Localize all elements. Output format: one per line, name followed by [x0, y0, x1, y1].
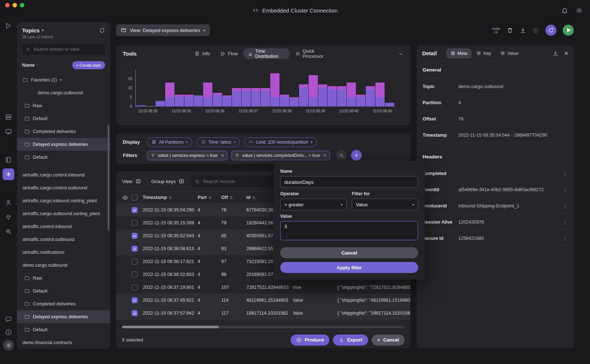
- chart-bar[interactable]: [309, 75, 318, 106]
- sidebar-item[interactable]: airtraffic.cargo.control.inbound: [17, 168, 110, 181]
- sidebar-item[interactable]: airtraffic.control.inbound: [17, 220, 110, 233]
- dialog-cancel-button[interactable]: Cancel: [280, 247, 418, 258]
- sidebar-item[interactable]: demo.cargo.outbound: [17, 86, 110, 99]
- settings-button[interactable]: [576, 7, 583, 14]
- data-browser-icon[interactable]: [3, 168, 14, 180]
- table-row[interactable]: 2022-11-15 08:37:19:801 4 107 72817521.8…: [116, 281, 410, 294]
- sidebar-item[interactable]: Default: [17, 112, 110, 125]
- app-logo-icon[interactable]: [4, 21, 13, 30]
- tab-time-distribution[interactable]: Time Distribution: [243, 48, 290, 59]
- topics-chevron-icon[interactable]: ▾: [42, 28, 44, 33]
- chart-bar[interactable]: [136, 105, 146, 106]
- tab-flow[interactable]: Flow: [215, 48, 242, 59]
- row-checkbox[interactable]: [132, 310, 138, 316]
- view-columns-button[interactable]: View: [122, 178, 141, 184]
- download-records-button[interactable]: [520, 27, 526, 34]
- col-off[interactable]: Off⇅: [221, 195, 246, 200]
- tab-info[interactable]: Info: [190, 48, 215, 59]
- auto-refresh-button[interactable]: [545, 25, 556, 36]
- add-record-button[interactable]: [532, 27, 539, 34]
- topics-title[interactable]: Topics: [22, 27, 39, 34]
- row-checkbox[interactable]: [132, 207, 138, 213]
- tab-quick-processor[interactable]: Quick Processor: [291, 48, 337, 59]
- kebab-menu-icon[interactable]: ⋮: [562, 219, 568, 225]
- kebab-menu-icon[interactable]: ⋮: [562, 235, 568, 242]
- chart-bar[interactable]: [299, 84, 308, 106]
- sidebar-search-input[interactable]: [34, 47, 101, 52]
- group-keys-button[interactable]: Group keys: [151, 178, 184, 184]
- horizontal-scrollbar[interactable]: [122, 326, 405, 328]
- row-checkbox[interactable]: [132, 259, 138, 265]
- sidebar-item[interactable]: airtraffic.cargo.outbound.sorting_plant: [17, 207, 110, 220]
- data-stores-icon[interactable]: [4, 113, 13, 122]
- table-row[interactable]: 2022-11-15 08:37:45:921 4 114 48119961.1…: [116, 294, 410, 307]
- sidebar-item[interactable]: Default: [17, 284, 110, 297]
- row-checkbox[interactable]: [132, 297, 138, 303]
- codecs-button[interactable]: codecs: [492, 27, 500, 34]
- limit-badge[interactable]: Limit: 100 records/partition▾: [244, 137, 317, 147]
- filter-value-textarea[interactable]: 3: [280, 221, 418, 240]
- connections-icon[interactable]: [4, 213, 13, 222]
- kebab-menu-icon[interactable]: ⋮: [562, 170, 568, 177]
- search-code-icon[interactable]: [4, 227, 13, 236]
- sidebar-item[interactable]: Raw: [17, 272, 110, 284]
- chart-bar[interactable]: [203, 83, 212, 106]
- apply-filter-button[interactable]: Apply filter: [280, 262, 418, 273]
- chart-bar[interactable]: [175, 95, 184, 107]
- chart-bar[interactable]: [385, 103, 394, 106]
- sidebar-item[interactable]: Favorites (1)▾: [17, 73, 110, 86]
- row-checkbox[interactable]: [132, 272, 138, 277]
- filter-name-input[interactable]: [280, 176, 418, 188]
- sidebar-item[interactable]: Delayed express deliveries: [17, 138, 110, 151]
- refresh-topics-button[interactable]: [99, 27, 105, 34]
- kebab-menu-icon[interactable]: ⋮: [562, 186, 568, 193]
- sidebar-scrollbar[interactable]: [108, 125, 109, 230]
- chart-bar[interactable]: [156, 101, 165, 106]
- chart-bar[interactable]: [289, 97, 299, 106]
- row-checkbox[interactable]: [132, 233, 138, 239]
- sidebar-item[interactable]: airtraffic.control.outbound: [17, 233, 110, 246]
- select-all-checkbox[interactable]: [132, 195, 138, 200]
- chart-bar[interactable]: [356, 95, 365, 107]
- sidebar-item[interactable]: Default: [17, 151, 110, 164]
- sidebar-item[interactable]: airtraffic.cargo.control.outbound: [17, 181, 110, 194]
- sidebar-item[interactable]: demo.cargo.outbound: [17, 259, 110, 272]
- sidebar-item[interactable]: Delayed express deliveries: [17, 310, 110, 323]
- filter-for-select[interactable]: Value▾: [352, 199, 418, 210]
- sidebar-item[interactable]: demo.financial.contracts: [17, 336, 110, 349]
- chart-bar[interactable]: [251, 88, 260, 106]
- create-topic-button[interactable]: + Create topic: [72, 61, 105, 69]
- chart-bar[interactable]: [366, 86, 375, 106]
- tab-meta[interactable]: Meta: [447, 49, 472, 58]
- chart-bar[interactable]: [337, 86, 346, 106]
- collapse-tools-icon[interactable]: [398, 51, 404, 57]
- tab-key[interactable]: Key: [472, 49, 495, 58]
- catalog-icon[interactable]: [4, 155, 13, 164]
- chart-bar[interactable]: [318, 84, 327, 106]
- sidebar-item[interactable]: airtraffic.notifications: [17, 246, 110, 259]
- sidebar-item[interactable]: airtraffic.cargo.inbound.sorting_plant: [17, 194, 110, 207]
- tab-value[interactable]: Value: [496, 49, 523, 58]
- chart-bar[interactable]: [280, 95, 289, 107]
- sidebar-item[interactable]: Default: [17, 323, 110, 336]
- remove-filter-icon[interactable]: ×: [221, 153, 224, 158]
- view-selector-button[interactable]: View: Delayed express deliveries ▾: [116, 24, 210, 36]
- add-filter-button[interactable]: +: [351, 150, 362, 161]
- filter-chip[interactable]: value | services.express = true×: [147, 151, 228, 160]
- row-checkbox[interactable]: [132, 220, 138, 226]
- sidebar-item[interactable]: Completed deliveries: [17, 125, 110, 138]
- chart-bar[interactable]: [242, 88, 251, 106]
- chart-bar[interactable]: [261, 88, 270, 106]
- produce-button[interactable]: Produce: [291, 335, 329, 346]
- users-icon[interactable]: [4, 198, 13, 207]
- theme-toggle-icon[interactable]: [3, 340, 14, 351]
- row-checkbox[interactable]: [132, 246, 138, 252]
- row-checkbox[interactable]: [132, 284, 138, 290]
- name-sort-header[interactable]: Name↑: [22, 63, 38, 68]
- chart-bar[interactable]: [232, 88, 241, 106]
- info-icon[interactable]: [4, 328, 13, 337]
- sidebar-search[interactable]: [22, 44, 105, 55]
- time-badge[interactable]: Time: latest▾: [197, 137, 240, 147]
- download-detail-button[interactable]: [552, 50, 559, 56]
- chat-icon[interactable]: [4, 315, 13, 323]
